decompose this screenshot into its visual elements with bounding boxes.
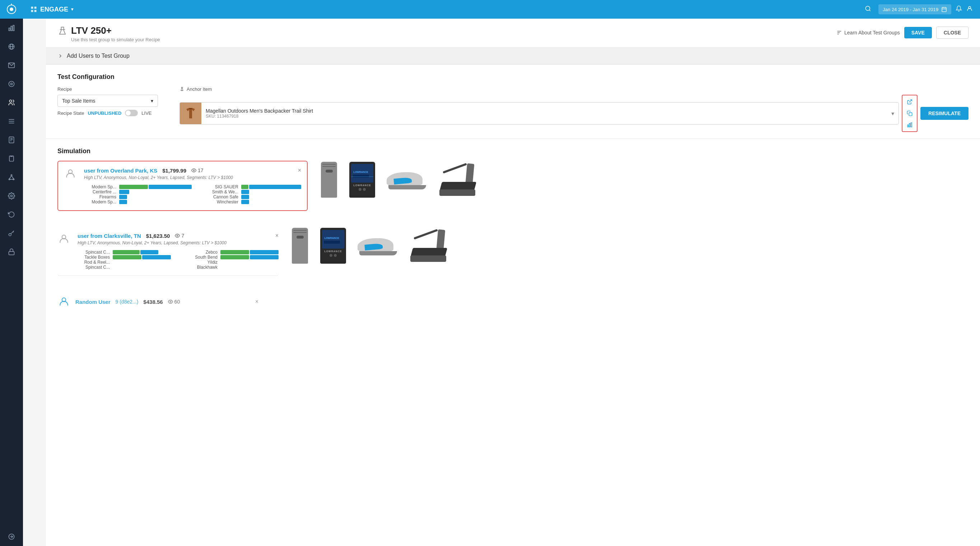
bar-green xyxy=(119,185,148,189)
sidebar-item-list[interactable] xyxy=(0,112,23,130)
learn-about-test-groups-link[interactable]: Learn About Test Groups xyxy=(837,30,900,35)
svg-text:LOWRANCE: LOWRANCE xyxy=(353,171,368,173)
sidebar-item-globe[interactable] xyxy=(0,37,23,56)
recipe-select[interactable]: Top Sale Items ▾ xyxy=(57,95,158,107)
sidebar-item-analytics[interactable] xyxy=(0,19,23,37)
bar-blue xyxy=(149,185,192,189)
product-image-fish-finder-2: LOWRANCE LOWRANCE xyxy=(317,227,349,264)
fish-finder-knob xyxy=(334,254,337,257)
svg-point-45 xyxy=(181,87,183,89)
sidebar-item-network[interactable] xyxy=(0,168,23,187)
gun-case-handle xyxy=(296,236,304,238)
svg-point-11 xyxy=(11,83,13,85)
add-users-bar[interactable]: Add Users to Test Group xyxy=(46,48,980,65)
user-avatar-3 xyxy=(57,295,70,308)
recipe-state-label: Recipe State xyxy=(57,111,84,116)
user-close-1[interactable]: × xyxy=(298,167,301,174)
user-link-id-3[interactable]: 9 (d8e2...) xyxy=(116,299,138,305)
anchor-dropdown-icon[interactable]: ▾ xyxy=(887,110,899,117)
close-button[interactable]: CLOSE xyxy=(936,27,969,39)
recipe-state-unpublished: UNPUBLISHED xyxy=(88,111,121,116)
user-close-3[interactable]: × xyxy=(255,298,258,305)
user-view-count-1: 17 xyxy=(198,168,204,173)
gun-case-line xyxy=(293,230,307,231)
user-link-2[interactable]: user from Clarksville, TN xyxy=(78,233,141,239)
learn-link-label: Learn About Test Groups xyxy=(844,30,900,35)
treadmill xyxy=(436,163,475,196)
fish-finder-knobs-2 xyxy=(329,254,337,257)
svg-text:LOWRANCE: LOWRANCE xyxy=(324,237,339,239)
treadmill-belt xyxy=(440,182,476,190)
test-configuration-section: Test Configuration Recipe Top Sale Items… xyxy=(46,65,980,139)
product-image-sneaker-2 xyxy=(356,232,398,259)
sidebar-item-users[interactable] xyxy=(0,93,23,112)
bar-container xyxy=(113,250,158,254)
user-close-2[interactable]: × xyxy=(275,232,278,239)
bar-blue xyxy=(250,250,278,254)
sidebar-item-clipboard[interactable] xyxy=(0,149,23,168)
svg-point-63 xyxy=(170,301,171,302)
treadmill-base-2 xyxy=(410,256,446,262)
save-button[interactable]: SAVE xyxy=(904,27,932,38)
recipe-state-row: Recipe State UNPUBLISHED LIVE xyxy=(57,110,158,116)
sidebar-item-puzzle[interactable] xyxy=(0,75,23,93)
page-header-actions: Learn About Test Groups SAVE CLOSE xyxy=(837,25,969,39)
gun-case-2 xyxy=(292,228,308,263)
bar-container xyxy=(119,200,127,204)
treadmill-console-2 xyxy=(436,229,445,250)
fish-finder-2: LOWRANCE LOWRANCE xyxy=(320,228,346,263)
sneaker-sole xyxy=(388,185,426,189)
anchor-item-box[interactable]: Magellan Outdoors Men's Backpacker Trail… xyxy=(180,102,899,124)
sidebar-item-lock[interactable] xyxy=(0,243,23,261)
resimulate-button[interactable]: RESIMULATE xyxy=(920,107,969,120)
svg-rect-56 xyxy=(353,175,369,178)
bar-label: Cannon Safe xyxy=(206,194,239,200)
sidebar-item-key[interactable] xyxy=(0,224,23,243)
recipe-value: Top Sale Items xyxy=(62,98,95,104)
anchor-label-text: Anchor Item xyxy=(187,86,212,92)
user-tags-1: High LTV, Anonymous, Non-Loyal, 2+ Years… xyxy=(84,175,301,180)
bar-row: Modern Sp... xyxy=(84,200,192,205)
user-info-1: user from Overland Park, KS $1,799.99 17… xyxy=(84,167,301,205)
fish-finder-display-2: LOWRANCE xyxy=(322,230,342,246)
fish-finder-screen-2: LOWRANCE xyxy=(322,230,344,249)
anchor-item-config: Anchor Item Magellan Outdoors Men's Back… xyxy=(180,86,969,132)
bar-row: Cannon Safe xyxy=(206,194,301,200)
svg-point-27 xyxy=(11,195,13,197)
sidebar-item-navigate[interactable] xyxy=(0,527,23,546)
bar-blue xyxy=(119,200,127,204)
user-link-1[interactable]: user from Overland Park, KS xyxy=(84,168,157,174)
user-views-3: 60 xyxy=(168,299,180,305)
recipe-state-toggle[interactable] xyxy=(125,110,138,116)
anchor-copy-button[interactable] xyxy=(904,108,915,118)
product-image-treadmill xyxy=(434,162,477,198)
user-tags-2: High LTV, Anonymous, Non-Loyal, 2+ Years… xyxy=(78,240,278,245)
anchor-external-link-button[interactable] xyxy=(904,97,915,107)
left-bars-2: Spincast C... Tackle Boxes xyxy=(78,250,171,270)
bar-label: Zebco xyxy=(185,250,218,255)
bar-container xyxy=(241,195,249,199)
test-config-heading: Test Configuration xyxy=(57,73,969,81)
bar-label: Modern Sp... xyxy=(84,184,116,189)
sidebar-logo[interactable] xyxy=(0,0,23,19)
user-link-3[interactable]: Random User xyxy=(75,299,111,305)
bar-label: Firearms xyxy=(84,194,116,200)
sneaker-sole-2 xyxy=(360,251,397,256)
sidebar-item-mail[interactable] xyxy=(0,56,23,75)
svg-rect-4 xyxy=(11,26,12,31)
anchor-item-info: Magellan Outdoors Men's Backpacker Trail… xyxy=(201,105,887,122)
sidebar-item-history[interactable] xyxy=(0,205,23,224)
svg-rect-3 xyxy=(9,28,10,31)
svg-line-24 xyxy=(10,176,11,179)
user-view-count-2: 7 xyxy=(181,233,184,238)
bar-row: Yildiz xyxy=(185,260,278,265)
fish-finder-brand: LOWRANCE xyxy=(353,184,371,187)
bar-container xyxy=(241,185,301,189)
anchor-chart-button[interactable] xyxy=(904,120,915,130)
sidebar-item-settings[interactable] xyxy=(0,187,23,205)
bar-blue xyxy=(142,255,171,259)
svg-point-53 xyxy=(193,170,194,171)
bar-row: Firearms xyxy=(84,194,192,200)
sidebar-item-doc[interactable] xyxy=(0,130,23,149)
product-image-gun-case xyxy=(319,161,339,198)
